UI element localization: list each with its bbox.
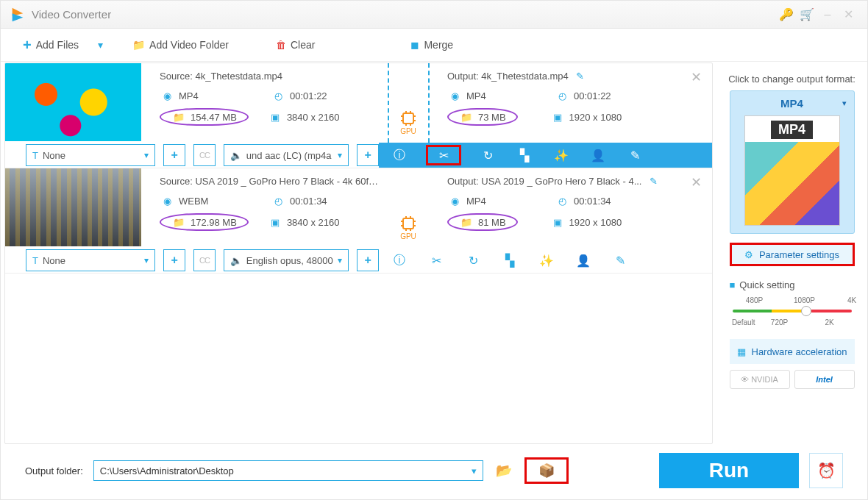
run-button[interactable]: Run [659,453,799,488]
minimize-button[interactable]: – [817,8,838,21]
folder-icon: 📁 [132,39,145,51]
out-size-highlight: 📁73 MB [447,108,518,126]
nvidia-chip[interactable]: 👁 NVIDIA [730,370,790,389]
edit-button[interactable]: ✎ [625,146,645,165]
slider-thumb[interactable] [801,306,811,316]
archive-icon: 📦 [538,463,555,479]
tick-label: 1080P [794,296,815,304]
subtitle-select[interactable]: TNone▾ [26,249,155,271]
output-title: Output: USA 2019 _ GoPro Hero 7 Black - … [447,176,705,187]
chip-icon [399,110,417,127]
info-button[interactable]: ⓘ [389,146,410,165]
add-folder-button[interactable]: 📁 Add Video Folder [132,39,229,51]
intel-chip[interactable]: Intel [794,370,855,389]
filesize-icon: 📁 [171,110,186,124]
subtitle-select[interactable]: TNone▾ [26,144,155,166]
dimensions-icon: ▣ [550,110,565,124]
filesize-icon: 📁 [459,110,474,124]
out-size: 73 MB [478,112,506,123]
source-title: Source: 4k_Thetestdata.mp4 [160,71,380,82]
dimensions-icon: ▣ [550,215,565,229]
clock-icon: ◴ [555,194,569,207]
add-files-button[interactable]: + Add Files ▾ [23,37,103,54]
info-button[interactable]: ⓘ [389,251,410,270]
output-format-panel: Click to change output format: MP4 ▾ MP4… [720,63,864,444]
format-icon: ◉ [160,89,174,102]
format-icon: ◉ [447,194,462,207]
add-folder-label: Add Video Folder [149,39,229,51]
archive-button[interactable]: 📦 [524,457,569,484]
audio-select[interactable]: 🔈English opus, 48000▾ [224,249,349,271]
merge-button[interactable]: ◼ Merge [410,39,453,51]
source-title: Source: USA 2019 _ GoPro Hero 7 Black - … [160,176,380,187]
chevron-down-icon[interactable]: ▾ [98,39,103,51]
chevron-down-icon: ▾ [472,465,477,476]
key-icon[interactable]: 🔑 [776,7,797,21]
hardware-accel-button[interactable]: ▦ Hardware acceleration [730,339,855,364]
src-size-highlight: 📁172.98 MB [160,213,249,231]
schedule-button[interactable]: ⏰ [809,453,843,488]
src-res: 3840 x 2160 [287,217,340,228]
cut-button[interactable]: ✂ [426,251,447,270]
src-format: MP4 [179,90,199,101]
edit-icon[interactable]: ✎ [576,71,584,82]
video-thumbnail[interactable] [5,168,141,246]
tick-label: 720P [771,318,788,326]
output-title: Output: 4k_Thetestdata.mp4✎ [447,71,705,82]
clear-label: Clear [291,39,315,51]
src-size-highlight: 📁154.47 MB [160,108,249,126]
src-size: 154.47 MB [191,112,237,123]
format-badge: MP4 [771,121,813,139]
output-path: C:\Users\Administrator\Desktop [100,465,234,476]
watermark-button[interactable]: 👤 [573,251,594,270]
out-res: 1920 x 1080 [569,112,622,123]
video-thumbnail[interactable] [5,63,141,141]
gpu-badge: GPU [399,215,417,240]
output-folder-select[interactable]: C:\Users\Administrator\Desktop ▾ [93,460,483,481]
speaker-icon: 🔈 [230,150,242,161]
crop-button[interactable]: ▚ [499,251,520,270]
cc-button[interactable]: CC [193,249,216,271]
add-audio-button[interactable]: + [357,144,379,166]
clear-button[interactable]: 🗑 Clear [276,39,315,51]
close-button[interactable]: ✕ [838,7,858,21]
titlebar: Video Converter 🔑 🛒 – ✕ [1,1,867,29]
app-title: Video Converter [32,8,776,21]
add-subtitle-button[interactable]: + [163,249,185,271]
filesize-icon: 📁 [459,215,474,229]
tick-label: 480P [746,296,763,304]
src-res: 3840 x 2160 [287,112,340,123]
trash-icon: 🗑 [276,39,286,51]
quality-slider[interactable] [733,310,852,312]
cut-button[interactable]: ✂ [426,145,461,165]
add-subtitle-button[interactable]: + [163,144,185,166]
chevron-down-icon: ▾ [144,255,149,265]
effects-button[interactable]: ✨ [536,251,557,270]
format-preview: MP4 [744,115,840,226]
edit-button[interactable]: ✎ [610,251,630,270]
rotate-button[interactable]: ↻ [477,146,498,165]
edit-toolbar: ⓘ ✂ ↻ ▚ ✨ 👤 ✎ [379,143,712,168]
effects-button[interactable]: ✨ [551,146,572,165]
rotate-button[interactable]: ↻ [463,251,483,270]
side-heading: Click to change output format: [728,74,855,85]
src-duration: 00:01:34 [290,196,327,207]
conversion-item: Source: USA 2019 _ GoPro Hero 7 Black - … [5,168,712,274]
out-duration: 00:01:22 [574,90,611,101]
text-icon: T [32,150,38,161]
conversion-item: Source: 4k_Thetestdata.mp4 ◉MP4 ◴00:01:2… [5,63,712,168]
text-icon: T [32,255,38,266]
add-audio-button[interactable]: + [357,249,379,271]
cc-button[interactable]: CC [193,144,216,166]
watermark-button[interactable]: 👤 [588,146,608,165]
browse-folder-button[interactable]: 📂 [494,463,514,479]
remove-item-button[interactable]: ✕ [691,69,702,85]
conversion-list: Source: 4k_Thetestdata.mp4 ◉MP4 ◴00:01:2… [4,63,713,444]
crop-button[interactable]: ▚ [514,146,535,165]
audio-select[interactable]: 🔈und aac (LC) (mp4a▾ [224,144,349,166]
edit-icon[interactable]: ✎ [650,176,658,187]
parameter-settings-button[interactable]: ⚙ Parameter settings [730,243,855,266]
format-card[interactable]: MP4 ▾ MP4 [730,90,855,234]
cart-icon[interactable]: 🛒 [797,7,817,21]
remove-item-button[interactable]: ✕ [691,174,702,190]
